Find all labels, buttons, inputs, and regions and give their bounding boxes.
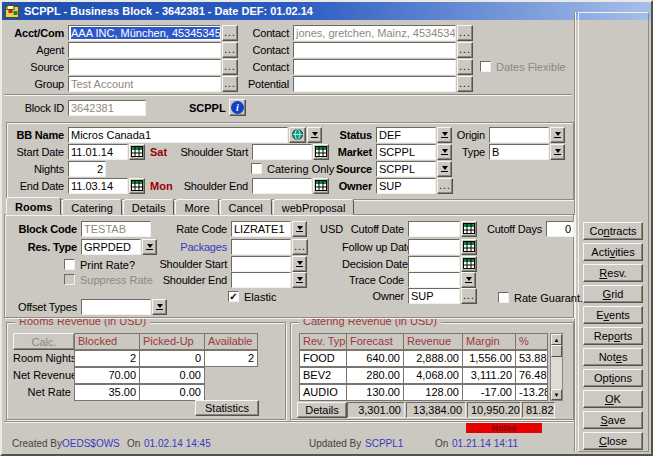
offset-types-lov-button[interactable]	[152, 299, 167, 315]
calendar-icon	[463, 258, 475, 269]
grid-button[interactable]: Grid	[583, 285, 643, 303]
rooms-shoulder-end-field: Shoulder End	[152, 271, 307, 288]
trace-code-label: Trace Code	[342, 274, 408, 286]
rate-code-lov-button[interactable]	[292, 221, 307, 237]
bb-name-input[interactable]: Micros Canada1	[68, 127, 288, 143]
contact1-input[interactable]: jones, gretchen, Mainz, 45345345	[293, 25, 456, 41]
tab-rooms[interactable]: Rooms	[6, 197, 61, 215]
type-input[interactable]: B	[489, 144, 549, 160]
trace-code-input[interactable]	[408, 272, 460, 288]
tab-more[interactable]: More	[175, 199, 218, 215]
reports-button[interactable]: Reports	[583, 327, 643, 345]
packages-label[interactable]: Packages	[152, 241, 231, 253]
shoulder-end-date-input[interactable]	[252, 178, 312, 194]
acct-com-label: Acct/Com	[4, 27, 68, 39]
cell-blocked: 2	[74, 350, 140, 367]
resv-button[interactable]: Resv.	[583, 264, 643, 282]
catering-table-scrollbar[interactable]: ▲ ▼	[550, 333, 563, 401]
tab-catering[interactable]: Catering	[62, 199, 122, 215]
start-date-calendar-button[interactable]	[129, 144, 145, 160]
statistics-button[interactable]: Statistics	[195, 400, 259, 416]
offset-types-input[interactable]	[81, 299, 151, 315]
acct-com-input[interactable]: AAA INC, München, 45345345	[68, 25, 221, 41]
contact3-input[interactable]	[293, 59, 456, 75]
print-rate-checkbox[interactable]	[64, 259, 75, 270]
follow-up-date-calendar-button[interactable]	[461, 239, 477, 255]
source-input[interactable]	[68, 59, 221, 75]
packages-field: Packages ...	[152, 238, 308, 255]
contact3-lookup-button[interactable]: ...	[457, 59, 473, 75]
title-bar[interactable]: SCPPL - Business Block - 3642381 - Date …	[2, 2, 651, 20]
tab-cancel[interactable]: Cancel	[220, 199, 272, 215]
tab-webproposal[interactable]: webProposal	[273, 199, 355, 215]
end-date-input[interactable]: 11.03.14	[68, 178, 128, 194]
bb-owner-input[interactable]: SUP	[376, 178, 436, 194]
details-button[interactable]: Details	[297, 402, 347, 418]
bb-source-input[interactable]: SCPPL	[376, 161, 436, 177]
contact1-lookup-button[interactable]: ...	[457, 25, 473, 41]
packages-lookup-button[interactable]: ...	[292, 239, 308, 255]
translate-globe-button[interactable]	[289, 127, 306, 143]
group-field: Group Test Account ...	[4, 75, 238, 92]
elastic-checkbox[interactable]: ✓	[228, 291, 239, 302]
globe-icon	[292, 129, 303, 140]
tab-details[interactable]: Details	[123, 199, 175, 215]
options-button[interactable]: Options	[583, 369, 643, 387]
bb-source-lov-button[interactable]	[437, 161, 452, 177]
rooms-shoulder-start-input[interactable]	[231, 256, 291, 272]
bb-owner-lookup-button[interactable]: ...	[437, 178, 453, 194]
trace-code-lov-button[interactable]	[461, 272, 476, 288]
close-button[interactable]: Close	[583, 432, 643, 450]
start-date-input[interactable]: 11.01.14	[68, 144, 128, 160]
decision-date-input[interactable]	[408, 256, 460, 272]
decision-date-calendar-button[interactable]	[461, 256, 477, 272]
group-input[interactable]: Test Account	[68, 76, 221, 92]
agent-input[interactable]	[68, 42, 221, 58]
rooms-shoulder-start-lov-button[interactable]	[292, 256, 307, 272]
rate-code-field: Rate Code LIZRATE1	[152, 220, 307, 237]
scrollbar-thumb[interactable]	[551, 345, 562, 357]
notes-attached-badge[interactable]: Notes	[466, 423, 542, 433]
catering-only-checkbox[interactable]	[251, 163, 262, 174]
rooms-shoulder-end-lov-button[interactable]	[292, 272, 307, 288]
origin-lov-button[interactable]	[550, 127, 565, 143]
rooms-owner-input[interactable]: SUP	[408, 288, 460, 304]
rooms-shoulder-end-input[interactable]	[231, 272, 291, 288]
origin-field: Origin	[427, 126, 565, 143]
packages-input[interactable]	[231, 239, 291, 255]
potential-input[interactable]	[293, 76, 456, 92]
events-button[interactable]: Events	[583, 306, 643, 324]
contracts-button[interactable]: Contracts	[583, 222, 643, 240]
shoulder-start-date-input[interactable]	[252, 144, 312, 160]
cell-pct: 76.48	[515, 367, 548, 384]
res-type-input[interactable]: GRPDED	[81, 239, 141, 255]
origin-input[interactable]	[489, 127, 549, 143]
scroll-down-button[interactable]: ▼	[551, 389, 562, 400]
activities-button[interactable]: Activities	[583, 243, 643, 261]
contact2-input[interactable]	[293, 42, 456, 58]
ok-button[interactable]: OK	[583, 390, 643, 408]
save-button[interactable]: Save	[583, 411, 643, 429]
follow-up-date-input[interactable]	[408, 239, 460, 255]
cutoff-date-calendar-button[interactable]	[461, 221, 477, 237]
resort-info-button[interactable]: i	[229, 99, 246, 116]
calc-button: Calc.	[13, 333, 75, 350]
notes-button[interactable]: Notes	[583, 348, 643, 366]
contact2-lookup-button[interactable]: ...	[457, 42, 473, 58]
end-date-calendar-button[interactable]	[129, 178, 145, 194]
rooms-owner-lookup-button[interactable]: ...	[461, 288, 477, 304]
type-lov-button[interactable]	[550, 144, 565, 160]
scroll-up-button[interactable]: ▲	[551, 334, 562, 345]
table-row: BEV2 280.00 4,068.00 3,111.20 76.48	[299, 367, 548, 384]
updated-by-value: SCPPL1	[365, 438, 403, 449]
potential-lookup-button[interactable]: ...	[457, 76, 473, 92]
rate-guarant-checkbox[interactable]	[498, 292, 509, 303]
dates-flexible-checkbox[interactable]	[480, 61, 491, 72]
cell-pct: -13.28	[515, 384, 548, 401]
cell-forecast: 280.00	[346, 367, 404, 384]
nights-input[interactable]: 2	[68, 161, 106, 177]
cutoff-days-input[interactable]: 0	[546, 221, 574, 237]
cutoff-date-input[interactable]	[408, 221, 460, 237]
rate-code-input[interactable]: LIZRATE1	[231, 221, 291, 237]
start-date-field: Start Date 11.01.14 Sat	[4, 143, 167, 160]
